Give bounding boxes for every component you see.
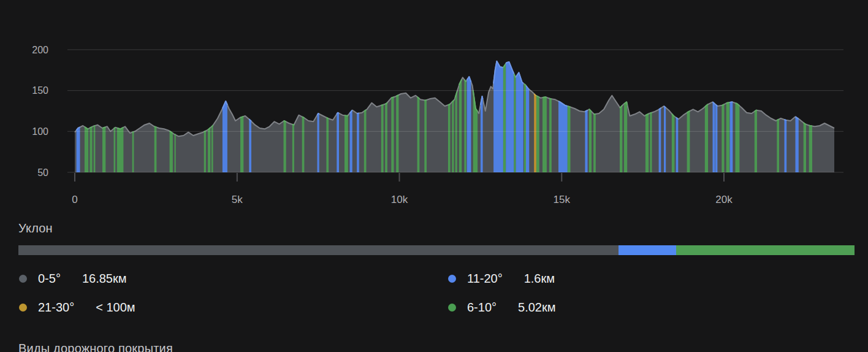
slope-band-6-10: [726, 102, 729, 172]
gradient-bar-segment-11-20: [619, 245, 676, 255]
slope-band-6-10: [417, 97, 420, 172]
gradient-category-dot: [448, 304, 456, 312]
slope-band-outline-11-20: [357, 113, 359, 114]
gradient-category-distance: 5.02км: [518, 300, 555, 315]
slope-band-11-20: [516, 72, 523, 172]
slope-band-6-10: [542, 97, 547, 172]
slope-band-outline-6-10: [385, 102, 387, 104]
slope-band-6-10: [170, 131, 173, 172]
slope-band-6-10: [302, 117, 305, 172]
elevation-area: [75, 61, 834, 172]
slope-band-outline-6-10: [154, 126, 157, 127]
slope-band-6-10: [777, 119, 779, 172]
slope-band-6-10: [721, 104, 724, 172]
gradient-legend-item: 11-20°1.6км: [448, 270, 855, 287]
slope-band-6-10: [593, 113, 596, 172]
slope-band-outline-6-10: [650, 113, 652, 113]
slope-band-11-20: [506, 62, 514, 172]
slope-band-6-10: [705, 104, 708, 172]
x-axis-label-0: 0: [72, 194, 77, 205]
y-axis-label-50: 50: [37, 167, 48, 178]
slope-band-6-10: [326, 118, 329, 172]
slope-band-outline-6-10: [721, 104, 724, 105]
slope-band-6-10: [345, 115, 348, 172]
x-axis-label-5k: 5k: [232, 194, 243, 205]
slope-band-6-10: [459, 80, 462, 173]
gradient-category-label: 11-20°: [467, 272, 503, 286]
slope-band-6-10: [132, 132, 134, 172]
slope-band-11-20: [676, 118, 679, 173]
slope-band-6-10: [424, 100, 427, 172]
gradient-legend-item: 0-5°16.85км: [19, 270, 448, 287]
slope-band-6-10: [385, 102, 387, 172]
slope-band-6-10: [396, 95, 398, 172]
gradient-category-dot: [19, 275, 27, 283]
slope-band-6-10: [94, 126, 96, 172]
y-axis-label-200: 200: [32, 45, 48, 55]
gradient-legend-item: 21-30°< 100м: [19, 299, 448, 316]
slope-band-outline-6-10: [593, 113, 596, 114]
slope-band-outline-6-10: [549, 99, 552, 99]
slope-band-11-20: [715, 104, 718, 172]
slope-band-6-10: [549, 99, 552, 173]
slope-band-11-20: [337, 113, 339, 172]
slope-band-6-10: [175, 134, 176, 172]
gradient-category-label: 21-30°: [38, 300, 74, 315]
slope-band-11-20: [223, 101, 227, 172]
slope-band-11-20: [659, 108, 661, 172]
gradient-category-distance: < 100м: [96, 300, 135, 315]
y-axis-label-150: 150: [32, 85, 48, 96]
gradient-distribution-bar: [18, 245, 855, 255]
slope-band-6-10: [809, 126, 812, 173]
slope-band-outline-6-10: [175, 134, 176, 135]
gradient-category-dot: [19, 304, 27, 312]
slope-band-6-10: [85, 127, 88, 172]
slope-band-11-20: [481, 96, 483, 172]
slope-band-6-10: [455, 91, 457, 172]
y-axis-label-100: 100: [32, 126, 48, 137]
slope-band-6-10: [624, 102, 627, 172]
x-axis-label-20k: 20k: [715, 194, 733, 205]
slope-band-outline-6-10: [284, 121, 286, 122]
x-axis-label-15k: 15k: [554, 194, 571, 205]
slope-band-11-20: [249, 119, 251, 172]
slope-band-6-10: [208, 128, 210, 172]
slope-band-outline-6-10: [391, 97, 394, 98]
slope-band-6-10: [364, 110, 367, 172]
slope-band-6-10: [464, 80, 466, 172]
slope-band-11-20: [318, 113, 319, 172]
slope-band-outline-6-10: [448, 104, 451, 105]
gradient-category-distance: 1.6км: [524, 272, 555, 286]
elevation-profile-chart[interactable]: 2001501005005k10k15k20k: [0, 0, 868, 212]
slope-band-11-20: [350, 110, 352, 172]
slope-band-11-20: [357, 113, 359, 173]
x-axis-label-10k: 10k: [391, 194, 408, 205]
slope-band-11-20: [796, 117, 799, 172]
gradient-category-dot: [448, 275, 456, 283]
slope-band-6-10: [589, 109, 592, 172]
slope-band-6-10: [645, 114, 649, 173]
slope-band-6-10: [284, 121, 286, 172]
slope-band-6-10: [240, 117, 243, 172]
slope-band-11-20: [526, 86, 529, 172]
slope-band-6-10: [211, 125, 213, 172]
gradient-bar-segment-6-10: [676, 245, 855, 255]
slope-band-11-20: [585, 110, 587, 172]
gradient-bar-segment-0-5: [18, 245, 619, 255]
slope-band-6-10: [687, 111, 690, 172]
slope-band-6-10: [755, 110, 757, 172]
slope-band-outline-6-10: [809, 126, 812, 126]
gradient-legend-item: 6-10°5.02км: [448, 299, 855, 316]
route-stats-panel: 2001501005005k10k15k20k Уклон 0-5°16.85к…: [0, 0, 868, 352]
slope-band-6-10: [620, 105, 622, 172]
slope-band-6-10: [524, 84, 526, 172]
slope-band-11-20: [713, 102, 715, 172]
slope-band-11-20: [664, 106, 666, 172]
slope-band-outline-6-10: [292, 124, 294, 125]
slope-band-outline-6-10: [345, 115, 348, 116]
slope-band-6-10: [102, 127, 105, 172]
surface-section-title: Виды дорожного покрытия: [18, 341, 173, 352]
slope-band-6-10: [650, 113, 652, 172]
slope-band-11-20: [77, 127, 80, 172]
slope-band-outline-11-20: [785, 120, 787, 120]
